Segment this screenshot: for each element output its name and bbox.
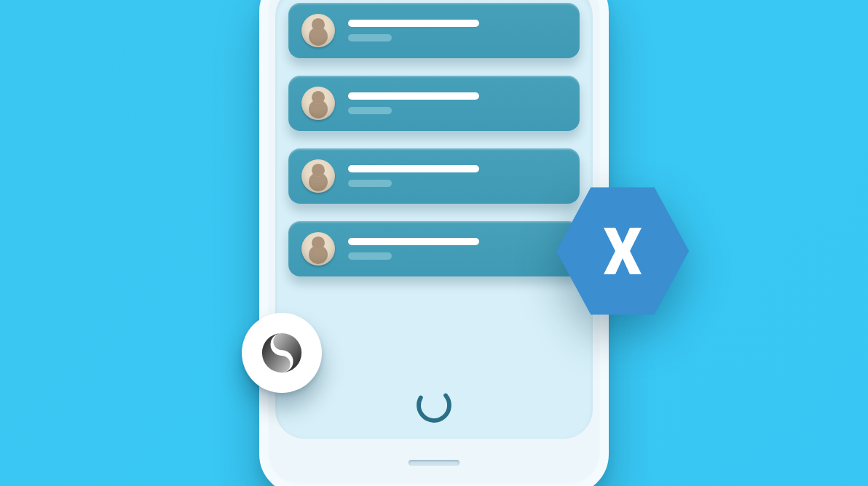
- avatar: [301, 87, 335, 120]
- list-item[interactable]: [288, 3, 580, 58]
- app-screen: [275, 0, 593, 439]
- skeleton-line-secondary: [348, 252, 392, 260]
- list-item[interactable]: [288, 76, 580, 131]
- xamarin-badge: [553, 182, 692, 320]
- xamarin-hexagon: [553, 182, 692, 320]
- loading-spinner-icon: [414, 385, 454, 426]
- skeleton-line-secondary: [348, 107, 392, 114]
- text-skeleton: [348, 165, 479, 187]
- contact-list[interactable]: [288, 3, 580, 276]
- text-skeleton: [348, 20, 479, 41]
- avatar: [301, 232, 335, 266]
- skeleton-line-primary: [348, 92, 479, 100]
- skeleton-line-secondary: [348, 34, 392, 41]
- charging-port: [409, 460, 459, 466]
- list-item[interactable]: [288, 148, 580, 204]
- json-icon: [259, 330, 304, 375]
- json-badge: [242, 313, 322, 393]
- skeleton-line-primary: [348, 20, 479, 27]
- text-skeleton: [348, 92, 479, 114]
- skeleton-line-secondary: [348, 180, 392, 187]
- text-skeleton: [348, 238, 479, 260]
- skeleton-line-primary: [348, 165, 479, 172]
- avatar: [301, 159, 335, 193]
- svg-point-0: [414, 385, 454, 426]
- avatar: [301, 14, 335, 47]
- list-item[interactable]: [288, 221, 580, 276]
- xamarin-x-icon: [586, 215, 659, 287]
- skeleton-line-primary: [348, 238, 479, 245]
